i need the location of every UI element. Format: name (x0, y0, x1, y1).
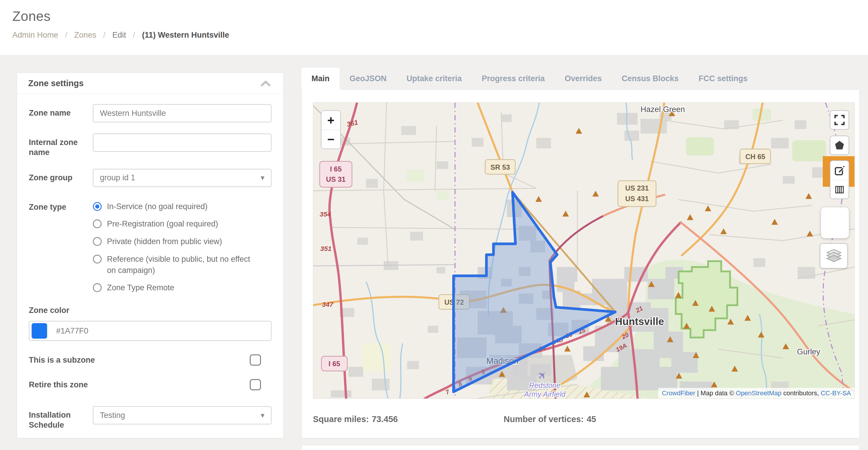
zone-color-input[interactable]: #1A77F0 (29, 321, 272, 341)
map-zoom-control: + − (321, 110, 341, 149)
delete-vertices-button[interactable] (830, 180, 848, 199)
polygon-icon (835, 140, 844, 150)
vertices-value: 45 (587, 415, 596, 424)
svg-text:I 65: I 65 (330, 165, 342, 173)
svg-text:SR 53: SR 53 (490, 163, 510, 171)
green-patch (437, 191, 450, 199)
breadcrumb-zones[interactable]: Zones (74, 31, 96, 39)
svg-text:I 65: I 65 (329, 360, 340, 368)
zone-settings-form: Zone name Internal zone name Zone group (17, 94, 283, 430)
zone-settings-panel: Zone settings Zone name Internal zone na… (17, 73, 284, 438)
breadcrumb-separator: / (65, 31, 68, 39)
retire-row: Retire this zone (29, 379, 272, 390)
square-miles-value: 73.456 (372, 415, 398, 424)
draw-polygon-button[interactable] (830, 136, 849, 155)
installation-schedule-value: Testing (100, 411, 125, 420)
installation-schedule-label: Installation Schedule (29, 406, 93, 430)
zone-color-label: Zone color (29, 306, 272, 315)
collapse-panel-button[interactable] (259, 77, 272, 90)
label-hazel-green: Hazel Green (641, 105, 685, 114)
map-attribution: CrowdFiber | Map data © OpenStreetMap co… (658, 388, 855, 398)
openstreetmap-link[interactable]: OpenStreetMap (736, 389, 781, 397)
retire-label: Retire this zone (29, 380, 88, 389)
zone-type-options: In-Service (no goal required) Pre-Regist… (93, 198, 272, 300)
svg-text:CH 65: CH 65 (745, 153, 765, 161)
zone-name-input[interactable] (93, 104, 272, 122)
green-patch (406, 170, 424, 182)
edit-polygon-button[interactable] (830, 161, 848, 180)
square-miles-stat: Square miles:73.456 (313, 415, 501, 424)
vertices-stat: Number of vertices:45 (504, 415, 596, 424)
zone-type-row: Zone type In-Service (no goal required) … (29, 198, 272, 300)
label-huntsville: Huntsville (615, 316, 664, 327)
svg-text:351: 351 (320, 245, 332, 252)
radio-in-service[interactable]: In-Service (no goal required) (93, 201, 272, 213)
breadcrumb-edit: Edit (112, 31, 126, 39)
breadcrumb: Admin Home / Zones / Edit / (11) Western… (12, 31, 856, 40)
radio-icon (93, 283, 102, 292)
breadcrumb-admin-home[interactable]: Admin Home (12, 31, 58, 39)
green-patch (363, 343, 391, 371)
content-area: Zone settings Zone name Internal zone na… (0, 55, 868, 450)
next-panel-edge (302, 445, 860, 450)
zone-type-label: Zone type (29, 198, 93, 300)
tab-geojson[interactable]: GeoJSON (340, 68, 397, 90)
tab-progress-criteria[interactable]: Progress criteria (472, 68, 555, 90)
zones-edit-page: Zones Admin Home / Zones / Edit / (11) W… (0, 0, 868, 450)
zone-name-label: Zone name (29, 104, 93, 122)
svg-text:347: 347 (322, 301, 334, 308)
radio-zone-type-remote[interactable]: Zone Type Remote (93, 282, 272, 293)
zoom-in-button[interactable]: + (321, 111, 340, 130)
vertices-label: Number of vertices: (504, 415, 584, 424)
internal-zone-name-input[interactable] (93, 134, 272, 152)
internal-zone-name-row: Internal zone name (29, 134, 272, 158)
chevron-up-icon (260, 80, 271, 87)
green-patch (686, 137, 714, 156)
radio-icon (93, 237, 102, 246)
fullscreen-button[interactable] (830, 110, 849, 130)
grid-bars-icon (835, 185, 844, 194)
crowdfiber-link[interactable]: CrowdFiber (662, 389, 695, 397)
map-tiles: I 65 US 31 I 65 SR 53 CH 65 US 231 US 43… (313, 103, 855, 398)
installation-schedule-select[interactable]: Testing (93, 406, 272, 424)
zone-stats: Square miles:73.456 Number of vertices:4… (313, 415, 596, 424)
zone-detail-area: Main GeoJSON Uptake criteria Progress cr… (302, 68, 860, 438)
green-patch (792, 140, 826, 162)
retire-checkbox[interactable] (250, 379, 261, 390)
tab-main[interactable]: Main (302, 68, 340, 90)
layers-icon (826, 249, 842, 263)
zone-color-value: #1A77F0 (56, 327, 88, 336)
internal-zone-name-label: Internal zone name (29, 134, 93, 158)
zoom-out-button[interactable]: − (321, 130, 340, 148)
attribution-text: | Map data © (697, 389, 734, 397)
tab-census-blocks[interactable]: Census Blocks (612, 68, 689, 90)
breadcrumb-separator: / (103, 31, 105, 39)
zone-group-value: group id 1 (100, 173, 135, 182)
page-header: Zones Admin Home / Zones / Edit / (11) W… (0, 0, 868, 55)
subzone-label: This is a subzone (29, 356, 95, 365)
installation-schedule-row: Installation Schedule Testing (29, 406, 272, 430)
zone-color-swatch[interactable] (31, 323, 47, 339)
zone-name-row: Zone name (29, 104, 272, 122)
subzone-checkbox[interactable] (250, 355, 261, 366)
radio-reference[interactable]: Reference (visible to public, but no eff… (93, 254, 272, 276)
radio-private[interactable]: Private (hidden from public view) (93, 236, 272, 247)
page-title: Zones (12, 8, 856, 24)
radio-pre-registration[interactable]: Pre-Registration (goal required) (93, 219, 272, 230)
layers-control-button[interactable] (820, 243, 848, 269)
radio-icon (93, 255, 102, 263)
tab-uptake-criteria[interactable]: Uptake criteria (397, 68, 472, 90)
label-redstone-2: Army Airfield (524, 390, 566, 398)
tab-fcc-settings[interactable]: FCC settings (688, 68, 757, 90)
blank-tool-button[interactable] (821, 207, 849, 238)
zone-group-row: Zone group group id 1 (29, 169, 272, 187)
zone-map[interactable]: I 65 US 31 I 65 SR 53 CH 65 US 231 US 43… (313, 102, 855, 399)
edit-pencil-icon (835, 166, 844, 176)
svg-text:US 31: US 31 (326, 175, 346, 183)
zone-group-select[interactable]: group id 1 (93, 169, 272, 187)
attribution-contributors: contributors, (783, 389, 819, 397)
breadcrumb-current-zone: (11) Western Huntsville (142, 31, 229, 39)
license-link[interactable]: CC-BY-SA (821, 389, 851, 397)
tab-overrides[interactable]: Overrides (555, 68, 612, 90)
zone-settings-header: Zone settings (17, 73, 283, 94)
